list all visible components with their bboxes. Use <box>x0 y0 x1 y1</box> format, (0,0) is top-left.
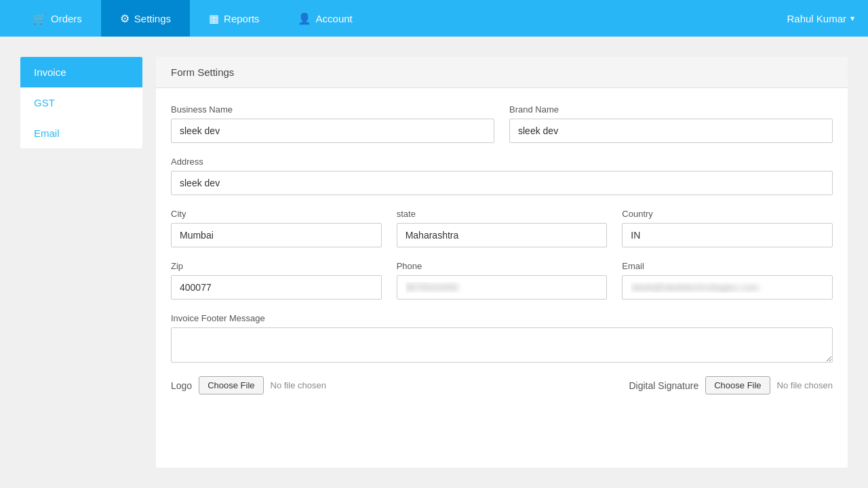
sidebar: Invoice GST Email <box>20 57 142 148</box>
nav-account-label: Account <box>316 13 353 24</box>
city-label: City <box>171 209 382 219</box>
nav-settings-label: Settings <box>134 13 171 24</box>
address-input[interactable] <box>171 171 833 195</box>
logo-label: Logo <box>171 380 192 391</box>
address-label: Address <box>171 157 833 167</box>
logo-choose-file-button[interactable]: Choose File <box>199 376 263 394</box>
business-name-label: Business Name <box>171 104 494 115</box>
group-phone: Phone <box>397 261 608 300</box>
group-address: Address <box>171 157 833 195</box>
row-footer-message: Invoice Footer Message <box>171 313 833 363</box>
state-input[interactable] <box>397 223 608 247</box>
account-icon: 👤 <box>298 12 311 25</box>
cart-icon: 🛒 <box>33 12 46 25</box>
group-state: state <box>397 209 608 247</box>
footer-message-label: Invoice Footer Message <box>171 313 833 323</box>
row-file-uploads: Logo Choose File No file chosen Digital … <box>171 376 833 394</box>
gear-icon: ⚙ <box>120 12 130 25</box>
business-name-input[interactable] <box>171 119 494 143</box>
navbar: 🛒 Orders ⚙ Settings ▦ Reports 👤 Account … <box>0 0 868 37</box>
group-business-name: Business Name <box>171 104 494 143</box>
nav-account[interactable]: 👤 Account <box>279 0 372 37</box>
nav-left: 🛒 Orders ⚙ Settings ▦ Reports 👤 Account <box>14 0 787 37</box>
digital-signature-file-section: Digital Signature Choose File No file ch… <box>629 376 833 394</box>
nav-settings[interactable]: ⚙ Settings <box>101 0 190 37</box>
user-name: Rahul Kumar <box>787 13 846 24</box>
country-input[interactable] <box>622 223 833 247</box>
footer-message-input[interactable] <box>171 327 833 363</box>
group-footer-message: Invoice Footer Message <box>171 313 833 363</box>
email-label: Email <box>622 261 833 271</box>
user-menu[interactable]: Rahul Kumar ▾ <box>787 13 854 24</box>
group-country: Country <box>622 209 833 247</box>
logo-no-file-text: No file chosen <box>271 380 326 390</box>
sidebar-item-email[interactable]: Email <box>20 118 142 148</box>
digital-signature-label: Digital Signature <box>629 380 699 391</box>
reports-icon: ▦ <box>209 12 219 25</box>
sidebar-item-gst[interactable]: GST <box>20 87 142 118</box>
group-zip: Zip <box>171 261 382 300</box>
brand-name-input[interactable] <box>509 119 833 143</box>
row-zip-phone-email: Zip Phone Email <box>171 261 833 300</box>
digital-signature-no-file-text: No file chosen <box>777 380 833 390</box>
email-input[interactable] <box>622 275 833 300</box>
nav-orders-label: Orders <box>51 13 82 24</box>
state-label: state <box>397 209 608 219</box>
group-city: City <box>171 209 382 247</box>
phone-input[interactable] <box>397 275 608 300</box>
main-layout: Invoice GST Email Form Settings Business… <box>0 37 868 488</box>
city-input[interactable] <box>171 223 382 247</box>
group-brand-name: Brand Name <box>509 104 833 143</box>
form-panel: Form Settings Business Name Brand Name A… <box>156 57 848 468</box>
logo-file-section: Logo Choose File No file chosen <box>171 376 326 394</box>
group-email: Email <box>622 261 833 300</box>
nav-reports[interactable]: ▦ Reports <box>190 0 279 37</box>
nav-orders[interactable]: 🛒 Orders <box>14 0 101 37</box>
row-business-brand: Business Name Brand Name <box>171 104 833 143</box>
row-address: Address <box>171 157 833 195</box>
zip-input[interactable] <box>171 275 382 300</box>
country-label: Country <box>622 209 833 219</box>
digital-signature-choose-file-button[interactable]: Choose File <box>705 376 770 394</box>
brand-name-label: Brand Name <box>509 104 833 115</box>
zip-label: Zip <box>171 261 382 271</box>
phone-label: Phone <box>397 261 608 271</box>
row-city-state-country: City state Country <box>171 209 833 247</box>
sidebar-item-invoice[interactable]: Invoice <box>20 57 142 87</box>
form-body: Business Name Brand Name Address City <box>156 88 848 415</box>
user-dropdown-arrow: ▾ <box>850 14 854 23</box>
form-header: Form Settings <box>156 57 848 88</box>
nav-reports-label: Reports <box>224 13 260 24</box>
